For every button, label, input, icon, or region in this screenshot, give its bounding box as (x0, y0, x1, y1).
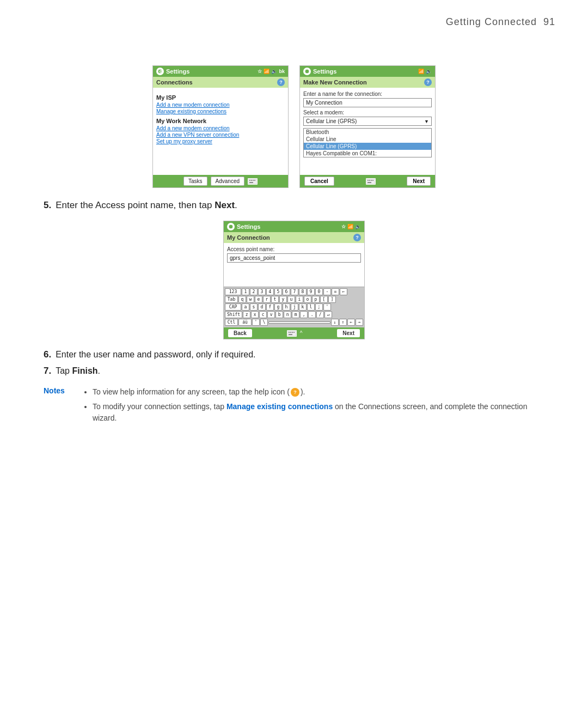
dropdown-item-bluetooth[interactable]: Bluetooth (304, 129, 431, 136)
key-6[interactable]: 6 (283, 288, 290, 295)
key-b[interactable]: b (275, 311, 283, 318)
key-tab[interactable]: Tab (225, 296, 238, 303)
antenna-icon: 📶 (264, 69, 270, 74)
settings-icon-third (227, 223, 235, 230)
keyboard-icon-third[interactable] (287, 330, 297, 337)
svg-rect-9 (366, 179, 375, 184)
add-vpn-link[interactable]: Add a new VPN server connection (156, 132, 285, 138)
manage-connections-bold: Manage existing connections (226, 402, 333, 411)
dropdown-item-gprs[interactable]: Cellular Line (GPRS) (304, 143, 431, 150)
key-n[interactable]: n (284, 311, 291, 318)
key-e[interactable]: e (255, 296, 262, 303)
key-5[interactable]: 5 (274, 288, 282, 295)
key-slash[interactable]: / (316, 311, 324, 318)
key-t[interactable]: t (271, 296, 279, 303)
key-s[interactable]: s (250, 303, 258, 311)
key-arrow-left[interactable]: ← (347, 319, 355, 326)
key-backtick[interactable]: ' (252, 319, 260, 326)
modem-label: Select a modem: (303, 110, 432, 116)
proxy-link[interactable]: Set up my proxy server (156, 138, 285, 144)
sound-icon: 🔈 (271, 69, 277, 74)
step5-number: 5. (44, 200, 51, 211)
key-7[interactable]: 7 (291, 288, 298, 295)
key-c[interactable]: c (259, 311, 267, 318)
keyboard-icon-left[interactable] (248, 178, 258, 185)
key-period[interactable]: . (308, 311, 316, 318)
key-quote[interactable]: ' (323, 303, 331, 311)
key-p[interactable]: p (312, 296, 320, 303)
manage-connections-link[interactable]: Manage existing connections (156, 108, 285, 114)
key-arrow-right[interactable]: → (356, 319, 363, 326)
key-r[interactable]: r (263, 296, 271, 303)
next-button-third[interactable]: Next (337, 329, 360, 337)
key-u[interactable]: u (287, 296, 295, 303)
key-d[interactable]: d (258, 303, 266, 311)
page-number: Getting Connected 91 (446, 16, 555, 28)
key-q[interactable]: q (238, 296, 246, 303)
cancel-button[interactable]: Cancel (304, 177, 334, 186)
key-3[interactable]: 3 (258, 288, 266, 295)
key-bracket-open[interactable]: [ (320, 296, 328, 303)
keyboard-icon-right[interactable] (366, 178, 376, 185)
key-a[interactable]: a (242, 303, 249, 311)
advanced-tab[interactable]: Advanced (211, 177, 244, 186)
key-9[interactable]: 9 (307, 288, 315, 295)
key-k[interactable]: k (299, 303, 307, 311)
make-connection-btn-bar: Cancel Next (300, 175, 435, 187)
key-cap[interactable]: CAP (225, 303, 241, 311)
key-arrow-up[interactable]: ↑ (339, 319, 347, 326)
dropdown-item-hayes[interactable]: Hayes Compatible on COM1: (304, 150, 431, 157)
key-f[interactable]: f (266, 303, 274, 311)
key-g[interactable]: g (274, 303, 282, 311)
key-enter[interactable]: ↵ (324, 311, 332, 318)
key-1[interactable]: 1 (242, 288, 249, 295)
svg-rect-16 (287, 331, 296, 336)
help-icon-third[interactable]: ? (353, 234, 361, 241)
connections-footer: Tasks Advanced (153, 175, 288, 187)
key-backslash[interactable]: \ (260, 319, 268, 326)
key-o[interactable]: o (304, 296, 311, 303)
key-w[interactable]: w (247, 296, 254, 303)
key-j[interactable]: j (291, 303, 298, 311)
key-h[interactable]: h (283, 303, 290, 311)
key-123[interactable]: 123 (225, 288, 241, 295)
key-minus[interactable]: - (323, 288, 331, 295)
key-8[interactable]: 8 (299, 288, 307, 295)
next-button-right[interactable]: Next (407, 177, 431, 186)
help-inline-icon: ? (291, 388, 299, 397)
help-icon-right[interactable]: ? (424, 78, 432, 86)
access-point-input[interactable]: gprs_access_point (227, 253, 361, 263)
key-equals[interactable]: = (332, 288, 339, 295)
svg-point-8 (305, 69, 309, 74)
key-accents[interactable]: áü (238, 319, 252, 326)
key-0[interactable]: 0 (315, 288, 323, 295)
key-m[interactable]: m (292, 311, 299, 318)
key-ctl[interactable]: Ctl (225, 319, 238, 326)
key-x[interactable]: x (251, 311, 259, 318)
help-icon-left[interactable]: ? (277, 78, 285, 86)
key-l[interactable]: l (307, 303, 315, 311)
connection-name-input[interactable]: My Connection (303, 98, 432, 107)
key-2[interactable]: 2 (250, 288, 258, 295)
key-comma[interactable]: , (300, 311, 308, 318)
add-modem-network-link[interactable]: Add a new modem connection (156, 125, 285, 131)
key-space[interactable] (268, 321, 330, 324)
svg-rect-21 (289, 334, 292, 335)
key-backspace[interactable]: ← (340, 288, 347, 295)
modem-select[interactable]: Cellular Line (GPRS) ▼ (303, 117, 432, 126)
key-shift[interactable]: Shift (225, 311, 242, 318)
key-arrow-down[interactable]: ↓ (331, 319, 339, 326)
key-bracket-close[interactable]: ] (328, 296, 336, 303)
tasks-tab[interactable]: Tasks (183, 177, 207, 186)
key-v[interactable]: v (267, 311, 275, 318)
key-z[interactable]: z (243, 311, 250, 318)
key-4[interactable]: 4 (266, 288, 274, 295)
key-semicolon[interactable]: ; (315, 303, 323, 311)
svg-rect-6 (254, 180, 255, 181)
back-button[interactable]: Back (228, 329, 252, 337)
key-i[interactable]: i (296, 296, 303, 303)
title-bar-third: Settings ☆ 📶 🔈 (224, 221, 364, 232)
add-modem-isp-link[interactable]: Add a new modem connection (156, 102, 285, 108)
key-y[interactable]: y (279, 296, 287, 303)
dropdown-item-cellular[interactable]: Cellular Line (304, 136, 431, 143)
